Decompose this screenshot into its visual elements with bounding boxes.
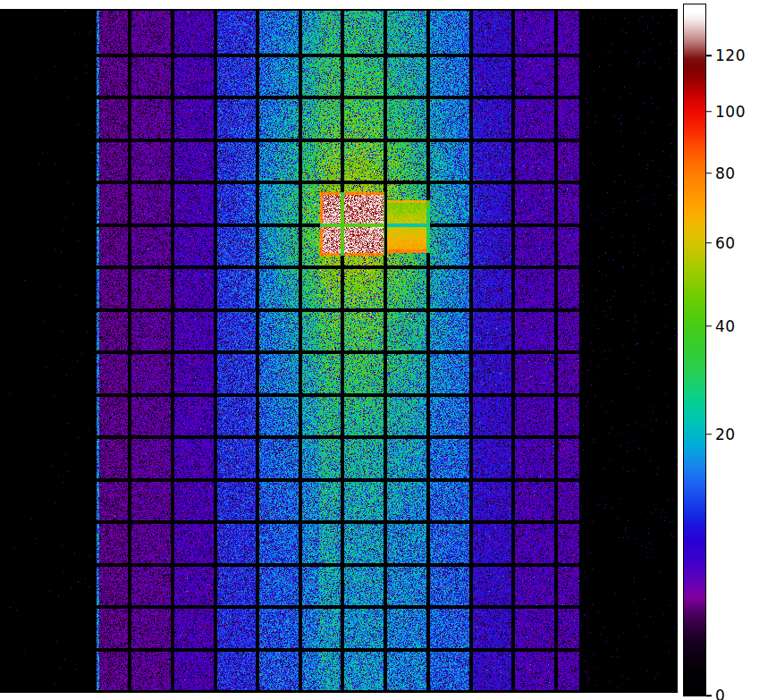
colorbar-tick: [706, 434, 712, 435]
colorbar-tick-label: 100: [715, 103, 746, 121]
colorbar-tick: [706, 55, 712, 57]
figure: 120100806040200: [0, 0, 776, 700]
colorbar: [683, 4, 706, 696]
colorbar-tick-label: 0: [715, 687, 725, 700]
colorbar-tick: [706, 695, 712, 696]
colorbar-tick-label: 80: [715, 164, 736, 182]
colorbar-tick: [706, 325, 712, 327]
detector-image-canvas: [0, 9, 678, 693]
colorbar-tick-label: 40: [715, 317, 736, 335]
colorbar-tick: [706, 111, 712, 113]
colorbar-tick: [706, 242, 712, 244]
colorbar-tick: [706, 173, 712, 174]
colorbar-gradient-canvas: [684, 4, 705, 696]
colorbar-tick-label: 60: [715, 234, 736, 252]
colorbar-tick-label: 120: [715, 46, 746, 64]
colorbar-tick-label: 20: [715, 426, 736, 443]
